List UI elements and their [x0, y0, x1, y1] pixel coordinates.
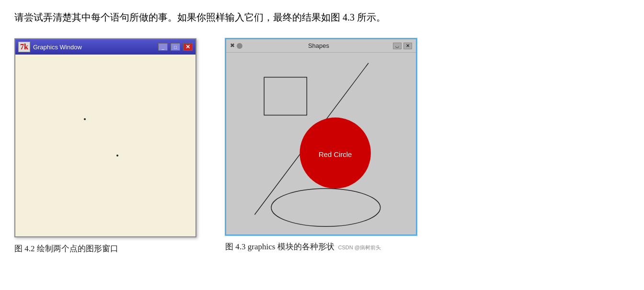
sw-titlebar: ✖ Shapes ◡ ✕ [226, 39, 416, 53]
shapes-svg: Red Circle [226, 53, 416, 234]
figures-row: 7k Graphics Window _ □ ✕ 图 4.2 绘制两个点的图形窗… [14, 38, 630, 254]
sw-canvas: Red Circle [226, 53, 416, 234]
sw-dot-close-icon[interactable] [237, 43, 242, 49]
graphics-window: 7k Graphics Window _ □ ✕ [14, 38, 196, 237]
dot-2 [116, 155, 118, 156]
figure-42-caption: 图 4.2 绘制两个点的图形窗口 [14, 243, 118, 254]
close-button[interactable]: ✕ [183, 43, 193, 51]
intro-text: 请尝试弄清楚其中每个语句所做的事。如果你照样输入它们，最终的结果如图 4.3 所… [14, 10, 630, 25]
dot-1 [84, 118, 86, 120]
sw-close-button[interactable]: ✕ [403, 43, 412, 49]
svg-rect-1 [264, 77, 307, 115]
gw-titlebar: 7k Graphics Window _ □ ✕ [15, 39, 196, 55]
figure-42-block: 7k Graphics Window _ □ ✕ 图 4.2 绘制两个点的图形窗… [14, 38, 196, 254]
sw-app-icon: ✖ [230, 42, 235, 49]
gw-logo-icon: 7k [18, 42, 30, 52]
shapes-window: ✖ Shapes ◡ ✕ Red Circle [225, 38, 417, 235]
csdn-watermark: CSDN @病树前头 [338, 244, 381, 251]
sw-window-title: Shapes [246, 42, 391, 49]
gw-canvas [15, 55, 196, 236]
figure-43-caption: 图 4.3 graphics 模块的各种形状 [225, 241, 334, 252]
figure-43-block: ✖ Shapes ◡ ✕ Red Circle [225, 38, 417, 252]
figure-43-caption-row: 图 4.3 graphics 模块的各种形状 CSDN @病树前头 [225, 235, 381, 252]
gw-window-title: Graphics Window [33, 44, 155, 51]
minimize-button[interactable]: _ [158, 43, 168, 51]
red-circle-label: Red Circle [319, 151, 352, 158]
sw-minimize-button[interactable]: ◡ [393, 43, 402, 49]
maximize-button[interactable]: □ [171, 43, 180, 51]
svg-point-3 [271, 189, 380, 226]
